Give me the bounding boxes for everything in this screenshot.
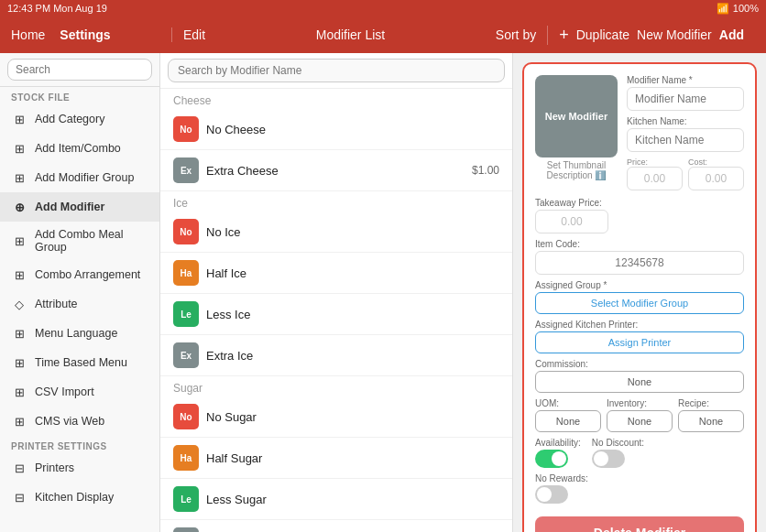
- thumbnail-image[interactable]: New Modifier: [535, 75, 618, 157]
- sidebar-item-time-based-menu[interactable]: ⊞ Time Based Menu: [0, 348, 159, 377]
- settings-nav[interactable]: Settings: [60, 27, 110, 42]
- list-item[interactable]: Le Less Sugar: [160, 479, 512, 520]
- sidebar-item-add-combo-meal-group[interactable]: ⊞ Add Combo Meal Group: [0, 222, 159, 260]
- list-item[interactable]: Ha Half Ice: [160, 253, 512, 294]
- sidebar: STOCK FILE ⊞ Add Category ⊞ Add Item/Com…: [0, 53, 160, 532]
- combo-arrangement-icon: ⊞: [11, 266, 27, 283]
- plus-icon[interactable]: +: [559, 26, 569, 45]
- list-item[interactable]: Le Less Ice: [160, 294, 512, 335]
- sidebar-item-label: Add Combo Meal Group: [35, 228, 148, 254]
- commission-section: Commission: None: [535, 359, 744, 393]
- sidebar-section-printer: PRINTER SETTINGS ⊟ Printers ⊟ Kitchen Di…: [0, 436, 159, 512]
- badge-no-cheese: No: [173, 116, 199, 142]
- no-discount-toggle[interactable]: [592, 450, 625, 468]
- sidebar-search-container: [0, 53, 159, 87]
- battery-icon: 100%: [733, 3, 759, 14]
- middle-panel: Cheese No No Cheese Ex Extra Cheese $1.0…: [160, 53, 513, 532]
- time-based-menu-icon: ⊞: [11, 354, 27, 371]
- home-nav[interactable]: Home: [11, 27, 45, 42]
- section-header-sugar: Sugar: [160, 376, 512, 396]
- no-discount-section: No Discount:: [592, 438, 644, 468]
- list-item[interactable]: No No Sugar: [160, 396, 512, 438]
- sidebar-item-add-item-combo[interactable]: ⊞ Add Item/Combo: [0, 134, 159, 163]
- section-header-cheese: Cheese: [160, 89, 512, 109]
- assigned-kitchen-printer-section: Assigned Kitchen Printer: Assign Printer: [535, 320, 744, 353]
- modifier-list: Cheese No No Cheese Ex Extra Cheese $1.0…: [160, 89, 512, 532]
- nav-right: + Duplicate New Modifier Add: [547, 26, 755, 45]
- sidebar-item-label: CMS via Web: [35, 415, 104, 428]
- commission-button[interactable]: None: [535, 371, 744, 393]
- sidebar-item-attribute[interactable]: ◇ Attribute: [0, 289, 159, 319]
- top-form-row: New Modifier Set Thumbnail Description ℹ…: [535, 75, 744, 190]
- sidebar-section-stock-label: STOCK FILE: [0, 87, 159, 104]
- add-modifier-group-icon: ⊞: [11, 169, 27, 186]
- sidebar-item-printers[interactable]: ⊟ Printers: [0, 453, 159, 483]
- toggle-knob: [537, 487, 552, 502]
- modifier-name-input[interactable]: [627, 87, 744, 111]
- new-modifier-card: New Modifier Set Thumbnail Description ℹ…: [522, 62, 757, 532]
- duplicate-button[interactable]: Duplicate: [576, 27, 629, 42]
- list-item[interactable]: Ex Extra Cheese $1.00: [160, 150, 512, 191]
- kitchen-name-label: Kitchen Name:: [627, 116, 744, 126]
- inventory-section: Inventory: None: [607, 398, 673, 432]
- sidebar-item-menu-language[interactable]: ⊞ Menu Language: [0, 319, 159, 348]
- cost-input[interactable]: [688, 167, 744, 190]
- item-name: No Sugar: [206, 410, 499, 424]
- item-name: Less Ice: [206, 308, 499, 321]
- uom-button[interactable]: None: [535, 410, 601, 432]
- item-code-label: Item Code:: [535, 239, 744, 249]
- middle-search-input[interactable]: [168, 59, 505, 82]
- no-rewards-toggle[interactable]: [535, 485, 568, 504]
- sidebar-item-csv-import[interactable]: ⊞ CSV Import: [0, 377, 159, 407]
- badge-half-ice: Ha: [173, 260, 199, 286]
- select-modifier-group-button[interactable]: Select Modifier Group: [535, 292, 744, 314]
- csv-import-icon: ⊞: [11, 384, 27, 400]
- status-bar: 12:43 PM Mon Aug 19 📶 100%: [0, 0, 766, 16]
- item-name: Extra Ice: [206, 349, 499, 363]
- assigned-group-section: Assigned Group * Select Modifier Group: [535, 280, 744, 314]
- sidebar-item-label: Combo Arrangement: [35, 268, 140, 281]
- delete-modifier-button[interactable]: Delete Modifier: [535, 516, 744, 532]
- assigned-group-label: Assigned Group *: [535, 280, 744, 290]
- list-item[interactable]: No No Cheese: [160, 109, 512, 150]
- sort-by-button[interactable]: Sort by: [496, 27, 536, 42]
- sidebar-item-add-category[interactable]: ⊞ Add Category: [0, 104, 159, 134]
- item-name: Half Ice: [206, 266, 499, 280]
- badge-half-sugar: Ha: [173, 445, 199, 471]
- price-input[interactable]: [627, 167, 683, 190]
- sidebar-item-combo-arrangement[interactable]: ⊞ Combo Arrangement: [0, 260, 159, 289]
- availability-toggle[interactable]: [535, 450, 568, 468]
- uom-inv-recipe-row: UOM: None Inventory: None Recipe: None: [535, 398, 744, 432]
- item-code-input[interactable]: [535, 251, 744, 275]
- list-item[interactable]: No No Ice: [160, 212, 512, 253]
- list-item[interactable]: Ex Extra Sugar: [160, 520, 512, 532]
- list-item[interactable]: Ha Half Sugar: [160, 438, 512, 479]
- inventory-button[interactable]: None: [607, 410, 673, 432]
- list-item[interactable]: Ex Extra Ice: [160, 335, 512, 376]
- recipe-label: Recipe:: [678, 398, 744, 408]
- sidebar-item-label: Attribute: [35, 298, 78, 310]
- price-section: Price:: [627, 157, 683, 190]
- sidebar-search-input[interactable]: [7, 59, 152, 81]
- wifi-icon: 📶: [717, 3, 729, 15]
- recipe-button[interactable]: None: [678, 410, 744, 432]
- sidebar-item-label: Add Item/Combo: [35, 142, 121, 155]
- sidebar-item-kitchen-display[interactable]: ⊟ Kitchen Display: [0, 483, 159, 512]
- sidebar-item-cms-via-web[interactable]: ⊞ CMS via Web: [0, 407, 159, 436]
- new-modifier-label: New Modifier: [637, 27, 712, 42]
- sidebar-item-add-modifier-group[interactable]: ⊞ Add Modifier Group: [0, 163, 159, 192]
- add-button[interactable]: Add: [719, 27, 744, 42]
- cms-via-web-icon: ⊞: [11, 413, 27, 429]
- right-panel: New Modifier Set Thumbnail Description ℹ…: [513, 53, 766, 532]
- edit-button[interactable]: Edit: [183, 27, 205, 42]
- assign-printer-button[interactable]: Assign Printer: [535, 331, 744, 353]
- sidebar-item-add-modifier[interactable]: ⊕ Add Modifier: [0, 192, 159, 222]
- badge-less-sugar: Le: [173, 486, 199, 512]
- item-code-section: Item Code:: [535, 239, 744, 275]
- takeaway-price-input[interactable]: [535, 210, 608, 233]
- kitchen-name-input[interactable]: [627, 128, 744, 152]
- cost-label: Cost:: [688, 157, 744, 167]
- main-layout: STOCK FILE ⊞ Add Category ⊞ Add Item/Com…: [0, 53, 766, 532]
- sidebar-section-stock: STOCK FILE ⊞ Add Category ⊞ Add Item/Com…: [0, 87, 159, 436]
- availability-section: Availability:: [535, 438, 581, 468]
